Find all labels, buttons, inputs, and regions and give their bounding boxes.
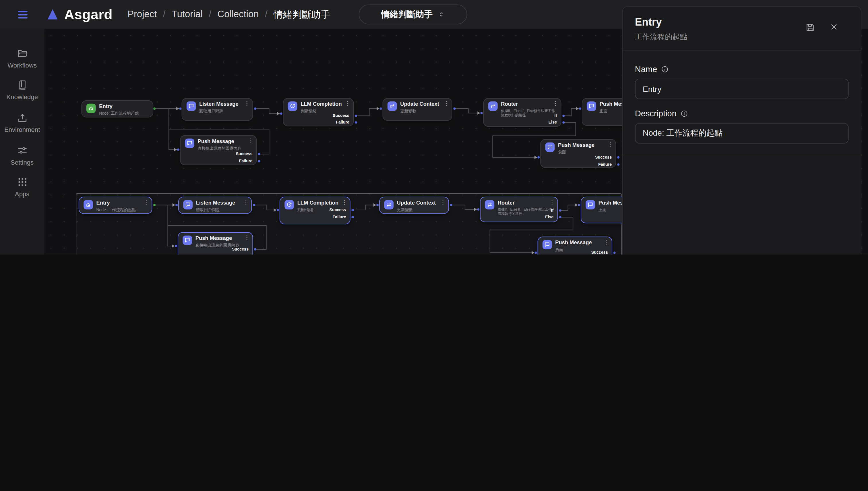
port-label-failure: Failure: [333, 214, 346, 219]
sidebar-item-environment[interactable]: Environment: [0, 112, 44, 133]
inspector-fields: Name Description: [623, 51, 861, 156]
port-label-success: Success: [329, 207, 346, 212]
description-field-label: Description: [635, 109, 848, 118]
node-menu-icon[interactable]: ⋮: [553, 100, 558, 106]
port-label-failure: Failure: [235, 254, 249, 255]
node-subtitle: Node: 工作流程的起點: [99, 111, 138, 116]
breadcrumb-item[interactable]: 情緒判斷助手: [274, 8, 330, 21]
description-label-text: Description: [635, 109, 677, 118]
node-menu-icon[interactable]: ⋮: [440, 199, 445, 205]
node-title: Router: [501, 101, 518, 107]
info-icon[interactable]: [661, 65, 669, 73]
breadcrumb-separator: /: [209, 9, 211, 20]
workflow-node-push-message-a3[interactable]: Push Message負面⋮SuccessFailure: [540, 139, 616, 168]
port-label-success: Success: [333, 113, 349, 118]
workflow-selector[interactable]: 情緒判斷助手: [359, 4, 467, 24]
node-title: Entry: [96, 199, 110, 205]
bubble-node-icon: [185, 139, 194, 148]
workflow-node-llm-completion-b[interactable]: LLM Completion判斷情緒⋮SuccessFailure: [280, 197, 350, 224]
workflow-node-llm-completion-a[interactable]: LLM Completion判斷情緒⋮SuccessFailure: [283, 98, 353, 126]
node-menu-icon[interactable]: ⋮: [608, 141, 613, 147]
logo-triangle-icon[interactable]: [46, 8, 59, 21]
node-subtitle: 正面: [598, 207, 607, 212]
node-subtitle: 判斷情緒: [298, 207, 313, 212]
description-input[interactable]: [635, 123, 848, 143]
swap-node-icon: [384, 200, 394, 209]
workflow-node-listen-message-b[interactable]: Listen Message聽取用戶問題⋮: [178, 197, 252, 214]
port-label-success: Success: [591, 250, 608, 255]
workflow-node-push-message-a1[interactable]: Push Message直接輸出訊息的回應內容⋮SuccessFailure: [180, 135, 257, 165]
node-title: Push Message: [195, 235, 232, 241]
node-menu-icon[interactable]: ⋮: [603, 239, 609, 245]
sidebar-item-settings[interactable]: Settings: [0, 145, 44, 166]
save-icon[interactable]: [805, 22, 815, 33]
inspector-header: Entry 工作流程的起點: [623, 7, 861, 51]
node-menu-icon[interactable]: ⋮: [549, 199, 555, 205]
node-menu-icon[interactable]: ⋮: [244, 100, 249, 106]
workflow-node-router-a[interactable]: Router依據If、Else If、Else條件決定工作流程執行的路徑⋮IfE…: [484, 98, 561, 127]
node-subtitle: 依據If、Else If、Else條件決定工作流程執行的路徑: [501, 108, 558, 118]
workflow-node-entry-a[interactable]: EntryNode: 工作流程的起點: [81, 100, 153, 117]
selector-updown-icon: [437, 11, 445, 19]
node-title: Push Message: [558, 142, 594, 148]
node-title: LLM Completion: [301, 101, 342, 107]
refresh-node-icon: [284, 200, 294, 209]
node-title: Push Message: [555, 239, 592, 246]
workflow-node-push-message-b3[interactable]: Push Message負面⋮SuccessFailure: [538, 236, 612, 255]
port-label-failure: Failure: [598, 162, 612, 167]
node-title: Listen Message: [196, 199, 235, 205]
workflow-node-update-context-b[interactable]: Update Context更新變數⋮: [379, 197, 449, 214]
bubble-node-icon: [586, 200, 595, 209]
port-label-failure: Failure: [336, 120, 349, 125]
close-icon[interactable]: [829, 22, 839, 32]
port-label-success: Success: [232, 247, 249, 251]
node-subtitle: 負面: [555, 247, 563, 252]
name-input[interactable]: [635, 79, 848, 99]
sidebar-item-workflows[interactable]: Workflows: [0, 48, 44, 69]
info-icon[interactable]: [680, 110, 688, 117]
port-label-success: Success: [236, 151, 253, 156]
node-title: Entry: [99, 103, 113, 109]
sidebar-item-label: Workflows: [0, 62, 44, 69]
workflow-node-entry-b[interactable]: EntryNode: 工作流程的起點⋮: [79, 197, 152, 214]
sidebar-item-knowledge[interactable]: Knowledge: [0, 79, 44, 100]
menu-icon[interactable]: [17, 8, 29, 21]
node-title: Listen Message: [199, 101, 238, 107]
house-node-icon: [84, 200, 93, 209]
node-menu-icon[interactable]: ⋮: [443, 100, 449, 106]
node-subtitle: 負面: [558, 149, 566, 155]
breadcrumb-item[interactable]: Project: [127, 9, 157, 20]
breadcrumb-item[interactable]: Collection: [218, 9, 259, 20]
swap-node-icon: [388, 102, 397, 111]
brand-name: Asgard: [64, 6, 113, 22]
node-subtitle: 更新變數: [397, 207, 413, 212]
node-title: Router: [498, 199, 515, 205]
node-menu-icon[interactable]: ⋮: [143, 199, 149, 205]
node-title: Update Context: [400, 101, 439, 107]
breadcrumb-item[interactable]: Tutorial: [172, 9, 203, 20]
workflow-selector-label: 情緒判斷助手: [381, 9, 433, 20]
node-menu-icon[interactable]: ⋮: [342, 199, 347, 205]
workflow-node-push-message-b1[interactable]: Push Message直接輸出訊息的回應內容⋮SuccessFailure: [178, 232, 253, 255]
sidebar-item-label: Apps: [0, 191, 44, 197]
bubble-node-icon: [546, 143, 555, 152]
node-subtitle: Node: 工作流程的起點: [96, 207, 136, 212]
port-label-else: Else: [545, 214, 553, 219]
node-menu-icon[interactable]: ⋮: [244, 234, 249, 240]
bubble-node-icon: [187, 102, 196, 111]
app: EntryNode: 工作流程的起點Listen Message聽取用戶問題⋮P…: [0, 0, 868, 255]
folder-icon: [0, 48, 44, 59]
node-menu-icon[interactable]: ⋮: [248, 137, 253, 143]
sidebar-item-apps[interactable]: Apps: [0, 176, 44, 197]
node-subtitle: 更新變數: [400, 108, 416, 114]
inspector-panel: Entry 工作流程的起點 Name Description: [622, 6, 861, 255]
book-icon: [0, 79, 44, 91]
workflow-node-router-b[interactable]: Router依據If、Else If、Else條件決定工作流程執行的路徑⋮IfE…: [480, 197, 558, 222]
node-subtitle: 判斷情緒: [301, 108, 316, 114]
node-menu-icon[interactable]: ⋮: [345, 100, 350, 106]
workflow-node-listen-message-a[interactable]: Listen Message聽取用戶問題⋮: [182, 98, 253, 121]
workflow-node-update-context-a[interactable]: Update Context更新變數⋮: [383, 98, 453, 121]
node-menu-icon[interactable]: ⋮: [243, 199, 249, 205]
bubble-node-icon: [542, 240, 552, 250]
port-label-failure: Failure: [239, 158, 253, 164]
